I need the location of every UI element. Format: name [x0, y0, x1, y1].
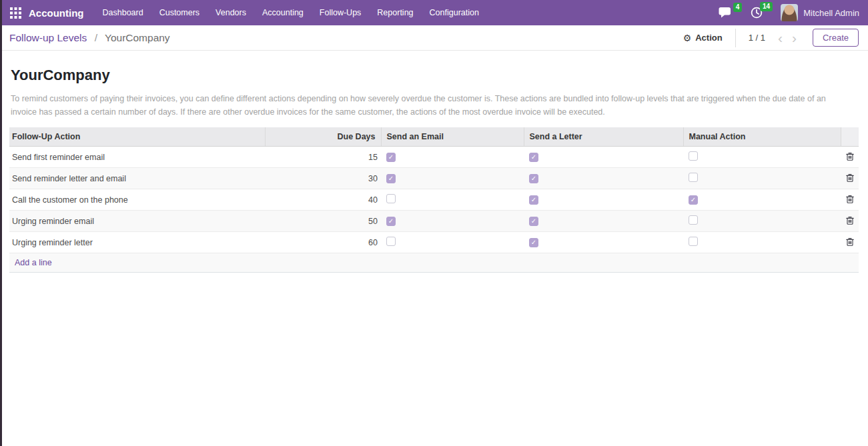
delete-row-button[interactable]: [846, 237, 854, 246]
column-header-send-a-letter[interactable]: Send a Letter: [524, 127, 683, 147]
menu-vendors[interactable]: Vendors: [207, 0, 254, 25]
cell-follow-up-action[interactable]: Call the customer on the phone: [9, 189, 265, 211]
cell-send-email: [381, 147, 524, 168]
cell-follow-up-action[interactable]: Send reminder letter and email: [9, 168, 265, 189]
checkbox-send-an-email[interactable]: [386, 194, 396, 203]
cell-send-letter: [524, 168, 683, 189]
table-body: Send first reminder email15Send reminder…: [9, 147, 859, 273]
cell-follow-up-action[interactable]: Urging reminder letter: [9, 232, 265, 253]
pager-value: 1 / 1: [749, 33, 765, 43]
checkbox-send-an-email[interactable]: [386, 153, 396, 162]
menu-customers[interactable]: Customers: [151, 0, 207, 25]
pager-previous-button[interactable]: ‹: [773, 31, 787, 45]
create-button[interactable]: Create: [813, 29, 859, 47]
cell-manual-action: [683, 189, 841, 211]
cell-manual-action: [683, 147, 841, 168]
column-header-delete: [841, 127, 859, 147]
add-line-row: Add a line: [9, 253, 859, 273]
table-header-row: Follow-Up ActionDue DaysSend an EmailSen…: [9, 127, 859, 147]
cell-due-days[interactable]: 50: [265, 211, 381, 232]
breadcrumb-follow-up-levels[interactable]: Follow-up Levels: [9, 32, 87, 43]
menu-configuration[interactable]: Configuration: [422, 0, 487, 25]
apps-grid-icon[interactable]: [10, 7, 21, 19]
help-description: To remind customers of paying their invo…: [11, 93, 850, 119]
cell-due-days[interactable]: 40: [265, 189, 381, 211]
pager-next-button[interactable]: ›: [787, 31, 801, 45]
checkbox-send-a-letter[interactable]: [529, 195, 538, 205]
cell-due-days[interactable]: 15: [265, 147, 381, 168]
breadcrumb-separator: /: [95, 32, 97, 43]
table-header: Follow-Up ActionDue DaysSend an EmailSen…: [9, 127, 859, 147]
cell-follow-up-action[interactable]: Send first reminder email: [9, 147, 265, 168]
delete-row-button[interactable]: [846, 195, 854, 203]
checkbox-manual-action[interactable]: [689, 195, 698, 205]
cell-manual-action: [683, 232, 841, 253]
messages-button[interactable]: 4: [714, 4, 737, 22]
breadcrumb: Follow-up Levels / YourCompany: [9, 32, 170, 44]
top-menu: DashboardCustomersVendorsAccountingFollo…: [95, 0, 487, 25]
pager: 1 / 1 ‹ ›: [749, 31, 801, 45]
cell-due-days[interactable]: 60: [265, 232, 381, 253]
checkbox-send-a-letter[interactable]: [529, 238, 538, 247]
gear-icon: ⚙: [683, 33, 692, 43]
column-header-follow-up-action[interactable]: Follow-Up Action: [9, 127, 265, 147]
control-panel-right: ⚙ Action 1 / 1 ‹ › Create: [683, 29, 859, 47]
menu-follow-ups[interactable]: Follow-Ups: [312, 0, 370, 25]
delete-row-button[interactable]: [846, 173, 854, 182]
control-panel-divider: [735, 29, 736, 47]
cell-delete: [841, 147, 859, 168]
column-header-manual-action[interactable]: Manual Action: [683, 127, 841, 147]
user-menu[interactable]: Mitchell Admin: [781, 4, 859, 21]
add-line-cell: Add a line: [9, 253, 859, 273]
cell-manual-action: [683, 211, 841, 232]
apps-grid-icon-glyph: [10, 7, 21, 19]
action-menu-label: Action: [695, 33, 722, 43]
table-row: Call the customer on the phone40: [9, 189, 859, 211]
cell-send-letter: [524, 211, 683, 232]
trash-icon: [846, 173, 854, 182]
cell-follow-up-action[interactable]: Urging reminder email: [9, 211, 265, 232]
checkbox-send-a-letter[interactable]: [529, 174, 538, 183]
control-panel: Follow-up Levels / YourCompany ⚙ Action …: [0, 25, 868, 51]
chat-icon: [719, 7, 732, 19]
add-a-line-link[interactable]: Add a line: [15, 258, 52, 267]
form-view: YourCompany To remind customers of payin…: [0, 51, 868, 273]
checkbox-send-an-email[interactable]: [386, 174, 396, 183]
checkbox-manual-action[interactable]: [689, 215, 698, 225]
app-brand[interactable]: Accounting: [29, 7, 84, 19]
cell-send-letter: [524, 147, 683, 168]
user-avatar: [781, 4, 798, 21]
trash-icon: [846, 195, 854, 203]
checkbox-manual-action[interactable]: [689, 173, 698, 182]
cell-due-days[interactable]: 30: [265, 168, 381, 189]
menu-accounting[interactable]: Accounting: [254, 0, 312, 25]
column-header-send-an-email[interactable]: Send an Email: [381, 127, 524, 147]
activities-button[interactable]: 14: [746, 3, 767, 22]
menu-dashboard[interactable]: Dashboard: [95, 0, 151, 25]
follow-up-levels-table: Follow-Up ActionDue DaysSend an EmailSen…: [9, 127, 859, 273]
page-title: YourCompany: [11, 67, 859, 84]
table-row: Urging reminder letter60: [9, 232, 859, 253]
checkbox-send-a-letter[interactable]: [529, 153, 538, 162]
cell-delete: [841, 211, 859, 232]
checkbox-send-an-email[interactable]: [386, 217, 396, 226]
checkbox-manual-action[interactable]: [689, 151, 698, 161]
action-menu-button[interactable]: ⚙ Action: [683, 33, 723, 43]
column-header-due-days[interactable]: Due Days: [265, 127, 381, 147]
trash-icon: [846, 237, 854, 246]
breadcrumb-current: YourCompany: [105, 32, 170, 43]
cell-send-letter: [524, 232, 683, 253]
cell-delete: [841, 168, 859, 189]
activities-badge: 14: [760, 2, 773, 11]
checkbox-manual-action[interactable]: [689, 237, 698, 246]
top-navbar: Accounting DashboardCustomersVendorsAcco…: [0, 0, 868, 25]
cell-delete: [841, 232, 859, 253]
checkbox-send-an-email[interactable]: [386, 237, 396, 246]
topbar-systray: 4 14 Mitchell Admin: [714, 3, 859, 22]
cell-send-email: [381, 168, 524, 189]
checkbox-send-a-letter[interactable]: [529, 217, 538, 226]
delete-row-button[interactable]: [846, 152, 854, 161]
table-row: Send reminder letter and email30: [9, 168, 859, 189]
menu-reporting[interactable]: Reporting: [369, 0, 421, 25]
delete-row-button[interactable]: [846, 216, 854, 225]
